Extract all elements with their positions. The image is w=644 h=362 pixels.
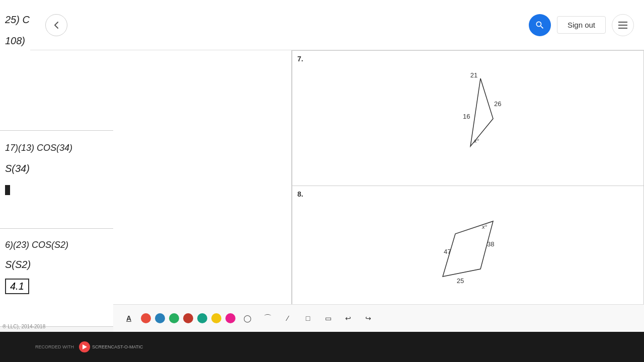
back-button[interactable] [45, 14, 67, 36]
arc-tool-button[interactable]: ⌒ [260, 310, 276, 326]
bottom-toolbar: A ◯ ⌒ ∕ □ ▭ ↩ ↪ [113, 304, 644, 332]
bottom-bar: RECORDED WITH SCREENCAST-O-MATIC [0, 332, 644, 362]
panel2-line2: S(34) [5, 161, 108, 177]
screencast-logo: SCREENCAST-O-MATIC [79, 341, 143, 352]
panel3-answer: 4.1 [5, 279, 29, 294]
left-panel-3: 6)(23) COS(S2) S(S2) 4.1 [0, 229, 113, 327]
search-button[interactable] [529, 14, 551, 36]
svg-text:38: 38 [487, 240, 494, 248]
problem-7-content: 21 26 16 x° [292, 51, 643, 176]
menu-line2 [618, 25, 627, 26]
panel3-line1: 6)(23) COS(S2) [5, 238, 108, 253]
top-bar-actions: Sign out [529, 14, 634, 36]
color-green[interactable] [169, 313, 179, 323]
svg-text:25: 25 [457, 277, 464, 285]
menu-line1 [618, 22, 627, 23]
color-red[interactable] [141, 313, 151, 323]
top-bar: Sign out [30, 0, 644, 50]
color-teal[interactable] [197, 313, 207, 323]
svg-marker-0 [470, 78, 493, 146]
svg-text:21: 21 [470, 71, 477, 79]
color-pink[interactable] [225, 313, 235, 323]
menu-line3 [618, 28, 627, 29]
rect2-tool-button[interactable]: ▭ [320, 310, 336, 326]
line-tool-button[interactable]: ∕ [280, 310, 296, 326]
svg-text:26: 26 [494, 100, 501, 108]
circle-tool-button[interactable]: ◯ [239, 310, 256, 326]
svg-text:x°: x° [481, 224, 488, 230]
menu-button[interactable] [612, 14, 634, 36]
color-darkred[interactable] [183, 313, 193, 323]
screencast-recorded-label: RECORDED WITH [35, 344, 74, 349]
right-problems-area: 7. 21 26 16 x° 8. [292, 50, 644, 332]
color-blue[interactable] [155, 313, 165, 323]
left-panel-2: 17)(13) COS(34) S(34) [0, 131, 113, 229]
problem-7-box: 7. 21 26 16 x° [292, 50, 644, 186]
text-tool-button[interactable]: A [121, 310, 137, 326]
panel2-underline [5, 185, 10, 195]
rect-tool-button[interactable]: □ [300, 310, 316, 326]
middle-blank-area [113, 50, 292, 332]
left-watermark: ® LLC), 2014-2018 [3, 324, 45, 329]
svg-text:47: 47 [444, 248, 451, 255]
svg-text:x°: x° [473, 138, 479, 144]
undo-button[interactable]: ↩ [340, 310, 356, 326]
color-yellow[interactable] [211, 313, 221, 323]
sign-out-button[interactable]: Sign out [557, 16, 606, 34]
panel3-line2: S(S2) [5, 257, 108, 274]
panel2-line1: 17)(13) COS(34) [5, 141, 108, 156]
problem-8-content: 47 38 25 x° [292, 186, 643, 312]
redo-button[interactable]: ↪ [360, 310, 376, 326]
problem-7-triangle: 21 26 16 x° [428, 68, 508, 159]
problem-8-box: 8. 47 38 25 x° [292, 186, 644, 322]
problem-8-shape: 47 38 25 x° [428, 204, 508, 294]
svg-text:16: 16 [463, 113, 470, 120]
